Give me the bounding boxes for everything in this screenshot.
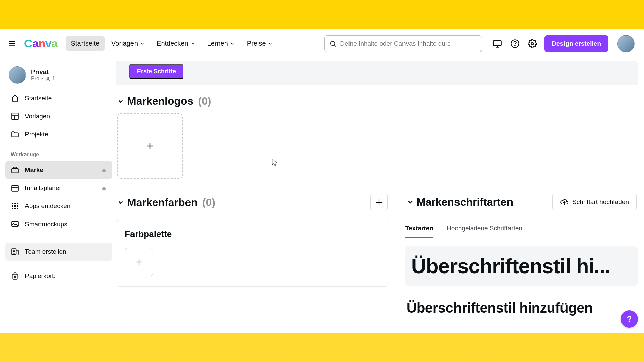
svg-rect-15 (12, 169, 18, 173)
svg-rect-16 (12, 185, 18, 191)
svg-rect-24 (14, 205, 16, 207)
chevron-down-icon (268, 41, 273, 46)
sidebar-item-inhaltsplaner[interactable]: Inhaltsplaner (5, 179, 112, 197)
calendar-icon (11, 184, 19, 192)
sidebar-item-projekte[interactable]: Projekte (5, 125, 112, 143)
svg-rect-28 (17, 208, 18, 209)
first-steps-button[interactable]: Erste Schritte (129, 64, 183, 79)
folder-icon (11, 130, 19, 139)
crown-icon (101, 167, 107, 173)
sidebar-item-vorlagen[interactable]: Vorlagen (5, 107, 112, 125)
monitor-icon (493, 39, 502, 48)
trash-icon (11, 272, 19, 280)
search-input[interactable] (340, 40, 477, 47)
add-logo-upload[interactable] (117, 113, 183, 179)
sidebar-item-smartmockups[interactable]: Smartmockups (5, 215, 112, 233)
topnav-startseite[interactable]: Startseite (66, 36, 105, 51)
svg-rect-23 (12, 205, 13, 207)
fonts-section-header: Markenschriftarten Schriftart hochladen (405, 191, 638, 217)
top-nav: Startseite Vorlagen Entdecken Lernen Pre… (66, 36, 278, 51)
svg-rect-21 (14, 203, 16, 204)
fonts-title: Markenschriftarten (417, 196, 513, 208)
search-icon (329, 40, 337, 47)
svg-rect-22 (17, 203, 18, 204)
svg-rect-5 (494, 40, 501, 45)
sidebar: Privat Pro • 1 Startseite V (0, 58, 116, 333)
chevron-down-icon[interactable] (117, 199, 124, 206)
logos-section-header: Markenlogos (0) (116, 92, 638, 113)
palette-card: Farbpalette (116, 220, 389, 287)
search-container[interactable] (324, 35, 482, 52)
sidebar-item-startseite[interactable]: Startseite (5, 89, 112, 107)
canva-logo[interactable]: Canva (24, 37, 58, 50)
first-steps-banner: Erste Schritte (116, 61, 638, 85)
font-tabs: Textarten Hochgeladene Schriftarten (405, 221, 638, 238)
topnav-vorlagen[interactable]: Vorlagen (106, 36, 150, 51)
sidebar-item-apps[interactable]: Apps entdecken (5, 197, 112, 215)
gear-icon (528, 39, 537, 48)
user-account-row[interactable]: Privat Pro • 1 (5, 64, 112, 89)
upload-font-button[interactable]: Schriftart hochladen (552, 194, 637, 210)
plus-icon (375, 198, 383, 207)
main-content: Erste Schritte Markenlogos (0) (116, 58, 644, 333)
heading-style-large[interactable]: Überschriftenstil hi... (405, 246, 638, 286)
user-avatar (9, 66, 26, 84)
create-design-button[interactable]: Design erstellen (544, 35, 608, 52)
palette-title: Farbpalette (125, 229, 380, 239)
template-icon (11, 112, 19, 121)
hamburger-menu-button[interactable] (5, 37, 19, 50)
svg-rect-20 (12, 203, 13, 204)
chevron-down-icon[interactable] (407, 198, 414, 206)
chevron-down-icon (230, 41, 235, 46)
topnav-lernen[interactable]: Lernen (202, 36, 240, 51)
svg-point-9 (515, 45, 515, 46)
top-icon-group (492, 38, 538, 49)
svg-rect-26 (12, 208, 13, 209)
sidebar-team-button[interactable]: Team erstellen (5, 243, 112, 261)
grid-icon (11, 202, 19, 210)
add-color-palette-button[interactable] (370, 194, 388, 211)
hamburger-icon (8, 39, 16, 48)
question-circle-icon (510, 39, 520, 48)
chevron-down-icon (191, 41, 195, 46)
user-name: Privat (31, 68, 55, 76)
tab-textarten[interactable]: Textarten (405, 221, 433, 238)
cloud-upload-icon (560, 198, 568, 206)
svg-rect-27 (14, 208, 16, 209)
logos-count: (0) (198, 95, 211, 107)
svg-point-3 (331, 41, 335, 45)
topnav-preise[interactable]: Preise (241, 36, 278, 51)
person-icon (45, 76, 50, 81)
colors-section-header: Markenfarben (0) (116, 191, 389, 217)
settings-button[interactable] (527, 38, 538, 49)
help-button[interactable] (509, 38, 520, 49)
svg-rect-25 (17, 205, 18, 207)
sidebar-section-werkzeuge: Werkzeuge (5, 143, 112, 161)
chevron-down-icon[interactable] (117, 98, 124, 105)
home-icon (11, 94, 19, 103)
image-icon (11, 220, 19, 229)
plus-icon (145, 141, 155, 151)
sidebar-item-papierkorb[interactable]: Papierkorb (5, 267, 112, 285)
user-subline: Pro • 1 (31, 76, 55, 82)
topnav-entdecken[interactable]: Entdecken (151, 36, 201, 51)
sidebar-item-marke[interactable]: Marke (5, 161, 112, 179)
svg-point-11 (47, 77, 49, 79)
tab-hochgeladene[interactable]: Hochgeladene Schriftarten (447, 221, 522, 238)
help-fab[interactable]: ? (621, 310, 638, 328)
team-icon (11, 247, 19, 256)
crown-icon (101, 185, 107, 191)
chevron-down-icon (140, 41, 145, 46)
svg-line-4 (334, 45, 336, 46)
avatar[interactable] (617, 35, 635, 52)
svg-point-10 (531, 42, 534, 45)
devices-button[interactable] (492, 38, 503, 49)
add-color-button[interactable] (125, 248, 153, 276)
heading-style-medium[interactable]: Überschriftenstil hinzufügen (405, 292, 638, 324)
briefcase-icon (11, 166, 19, 174)
colors-count: (0) (202, 196, 215, 209)
cursor-icon (271, 158, 278, 167)
plus-icon (135, 258, 143, 266)
topbar: Canva Startseite Vorlagen Entdecken Lern… (0, 29, 644, 58)
colors-title: Markenfarben (127, 196, 198, 209)
